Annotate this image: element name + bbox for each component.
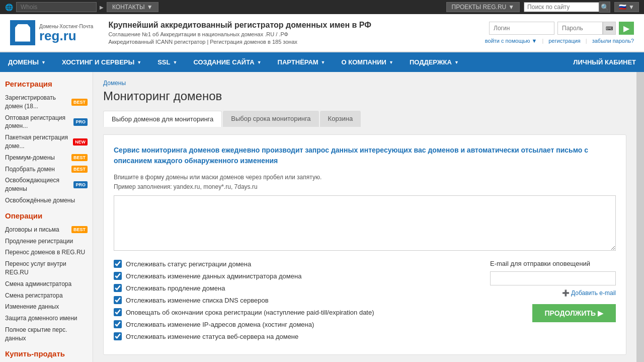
kontakty-button[interactable]: КОНТАКТЫ ▼ [107, 2, 158, 12]
logo-house-icon [15, 24, 30, 42]
hosting-arrow-icon: ▼ [137, 60, 141, 65]
sidebar-item-change-data[interactable]: Изменение данных [5, 301, 88, 313]
sidebar-item-expiring-domains[interactable]: Освобождающиеся домены PRO [5, 175, 88, 195]
badge-best: BEST [71, 99, 88, 106]
sidebar: Регистрация Зарегистрировать домен (18..… [0, 72, 93, 362]
nav-item-partners[interactable]: ПАРТНЁРАМ ▼ [270, 52, 334, 72]
checkbox-webserver[interactable] [114, 332, 122, 340]
auth-links: войти с помощью ▼ | регистрация | забыли… [485, 38, 634, 44]
content-box: Сервис мониторинга доменов ежедневно про… [103, 134, 626, 355]
checkbox-dns[interactable] [114, 296, 122, 304]
sidebar-item-premium-domains[interactable]: Премиум-домены BEST [5, 152, 88, 164]
breadcrumb: Домены [103, 80, 626, 87]
tab-domain-selection[interactable]: Выбор доменов для мониторинга [103, 111, 222, 127]
hint-text: Впишите в форму домены или маски доменов… [114, 174, 616, 181]
tagline-main: Крупнейший аккредитованный регистратор д… [108, 21, 485, 30]
nav-item-site-creation[interactable]: СОЗДАНИЕ САЙТА ▼ [185, 52, 269, 72]
projects-arrow-icon: ▼ [508, 4, 514, 11]
login-submit-button[interactable]: ▶ [619, 22, 634, 35]
sidebar-item-change-registrar[interactable]: Смена регистратора [5, 290, 88, 302]
language-button[interactable]: 🇷🇺 ▼ [614, 2, 639, 12]
kontakty-arrow-icon: ▼ [147, 4, 153, 11]
support-arrow-icon: ▼ [454, 60, 459, 65]
badge-new: NEW [73, 138, 88, 146]
checkbox-item-2: Отслеживать изменение данных администрат… [114, 272, 480, 280]
sidebar-item-change-admin[interactable]: Смена администратора [5, 278, 88, 290]
tagline-sub1: Соглашение №1 об Аккредитации в национал… [108, 31, 485, 37]
checkboxes-row: Отслеживать статус регистрации домена От… [114, 260, 616, 344]
lang-arrow-icon: ▼ [628, 4, 634, 11]
login-input[interactable] [489, 22, 554, 35]
add-email-link[interactable]: ➕ Добавить e-mail [490, 289, 616, 297]
nav-item-support[interactable]: ПОДДЕРЖКА ▼ [401, 52, 467, 72]
ssl-arrow-icon: ▼ [173, 60, 177, 65]
email-label: E-mail для отправки оповещений [490, 260, 616, 267]
site-search-input[interactable] [524, 2, 599, 12]
checkbox-item-5: Оповещать об окончании срока регистрации… [114, 308, 480, 316]
service-description: Сервис мониторинга доменов ежедневно про… [114, 145, 616, 166]
sidebar-item-protect-domain[interactable]: Защита доменного имени [5, 313, 88, 324]
sidebar-item-freed-domains[interactable]: Освобождённые домены [5, 195, 88, 206]
nav-item-cabinet[interactable]: ЛИЧНЫЙ КАБИНЕТ [565, 52, 644, 72]
checkbox-item-1: Отслеживать статус регистрации домена [114, 260, 480, 268]
whois-globe-icon: 🌐 [5, 4, 13, 11]
badge-best-contracts: BEST [71, 226, 88, 234]
sidebar-item-find-domain[interactable]: Подобрать домен BEST [5, 164, 88, 175]
whois-arrow-icon[interactable]: ▶ [100, 5, 104, 10]
checkbox-admin-change[interactable] [114, 272, 122, 280]
example-text: Пример заполнения: yandex.ru, money*.ru,… [114, 183, 616, 190]
content-wrapper: Регистрация Зарегистрировать домен (18..… [0, 72, 644, 362]
nav-item-domains[interactable]: ДОМЕНЫ ▼ [0, 52, 54, 72]
login-help-link[interactable]: войти с помощью ▼ [485, 38, 537, 44]
checkbox-ip[interactable] [114, 320, 122, 328]
checkbox-status[interactable] [114, 260, 122, 268]
breadcrumb-domains-link[interactable]: Домены [103, 80, 126, 87]
badge-best-premium: BEST [71, 154, 88, 162]
nav-item-about[interactable]: О КОМПАНИИ ▼ [334, 52, 401, 72]
forgot-password-link[interactable]: забыли пароль? [592, 38, 634, 44]
auth-inputs: ⌨ ▶ [489, 22, 634, 35]
search-button[interactable]: 🔍 [599, 2, 610, 13]
domains-textarea[interactable] [114, 195, 616, 251]
top-bar-left: 🌐 ▶ КОНТАКТЫ ▼ [5, 2, 158, 12]
sidebar-section-buysell: Купить-продать [5, 349, 88, 358]
sidebar-item-package-register[interactable]: Пакетная регистрация доме... NEW [5, 132, 88, 152]
checkbox-expiry[interactable] [114, 308, 122, 316]
sidebar-item-transfer-regru[interactable]: Перенос доменов в REG.RU [5, 247, 88, 258]
sidebar-item-register-domain[interactable]: Зарегистрировать домен (18... BEST [5, 92, 88, 112]
projects-button[interactable]: ПРОЕКТЫ REG.RU ▼ [446, 2, 520, 12]
register-link[interactable]: регистрация [548, 38, 581, 44]
page-title: Мониторинг доменов [103, 89, 626, 103]
whois-input[interactable] [16, 2, 97, 12]
main-nav: ДОМЕНЫ ▼ ХОСТИНГ И СЕРВЕРЫ ▼ SSL ▼ СОЗДА… [0, 52, 644, 72]
logo[interactable]: Домены·Хостинг·Почта reg.ru [10, 20, 93, 45]
continue-row: ПРОДОЛЖИТЬ ▶ [490, 304, 616, 322]
sidebar-item-hide-data[interactable]: Полное скрытие перс. данных [5, 324, 88, 344]
sidebar-item-bulk-register[interactable]: Оптовая регистрация домен... PRO [5, 112, 88, 132]
badge-pro-expiring: PRO [73, 181, 88, 189]
sidebar-item-contracts[interactable]: Договоры и письма BEST [5, 224, 88, 236]
tab-cart[interactable]: Корзина [320, 111, 361, 127]
password-input[interactable] [557, 22, 603, 35]
tab-period-selection[interactable]: Выбор срока мониторинга [223, 111, 318, 127]
site-header: Домены·Хостинг·Почта reg.ru Крупнейший а… [0, 14, 644, 52]
checkbox-item-7: Отслеживать изменение статуса веб-сервер… [114, 332, 480, 340]
email-input[interactable] [490, 271, 616, 285]
badge-pro-bulk: PRO [73, 118, 88, 126]
keyboard-icon-button[interactable]: ⌨ [603, 22, 616, 35]
header-tagline: Крупнейший аккредитованный регистратор д… [108, 21, 485, 45]
logo-brand-text: reg.ru [39, 29, 93, 42]
flag-icon: 🇷🇺 [619, 4, 626, 11]
sidebar-item-transfer-internal[interactable]: Перенос услуг внутри REG.RU [5, 258, 88, 278]
checkbox-renew[interactable] [114, 284, 122, 292]
nav-spacer [467, 52, 565, 72]
nav-item-hosting[interactable]: ХОСТИНГ И СЕРВЕРЫ ▼ [54, 52, 149, 72]
nav-item-ssl[interactable]: SSL ▼ [149, 52, 185, 72]
sidebar-section-operations: Операции [5, 211, 88, 220]
continue-button[interactable]: ПРОДОЛЖИТЬ ▶ [532, 304, 616, 322]
right-scrollbar[interactable] [636, 72, 644, 362]
checkbox-item-6: Отслеживать изменение IP-адресов домена … [114, 320, 480, 328]
partners-arrow-icon: ▼ [321, 60, 326, 65]
sidebar-item-renew[interactable]: Продление регистрации [5, 236, 88, 247]
auth-password-group: ⌨ [557, 22, 616, 35]
